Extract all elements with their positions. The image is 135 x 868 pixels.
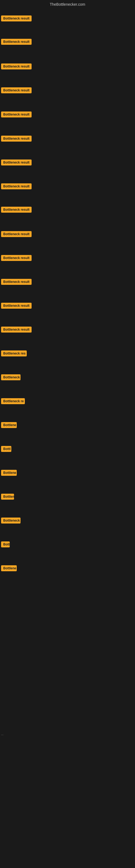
bottleneck-badge-8[interactable]: Bottleneck result <box>1 183 32 189</box>
result-row: Bottleneck <box>0 518 135 525</box>
result-row: Bottlene <box>0 422 135 429</box>
result-row: Bottleneck result <box>0 135 135 143</box>
bottleneck-badge-6[interactable]: Bottleneck result <box>1 135 32 142</box>
result-row: Bottleneck result <box>0 183 135 190</box>
result-row: Bottleneck result <box>0 87 135 94</box>
bottleneck-badge-23[interactable]: Bott <box>1 541 10 547</box>
bottleneck-badge-10[interactable]: Bottleneck result <box>1 231 32 237</box>
bottleneck-badge-17[interactable]: Bottleneck re <box>1 398 25 404</box>
bottleneck-badge-5[interactable]: Bottleneck result <box>1 112 32 118</box>
page-wrapper: TheBottlenecker.com Bottleneck resultBot… <box>0 0 135 868</box>
result-row: Bottl <box>0 446 135 453</box>
result-row: Bott <box>0 541 135 549</box>
result-row: Bottlene <box>0 565 135 572</box>
result-row: Bottleneck result <box>0 16 135 23</box>
bottleneck-badge-16[interactable]: Bottleneck <box>1 374 20 380</box>
bottleneck-badge-1[interactable]: Bottleneck result <box>1 16 32 22</box>
result-row: Bottleneck res <box>0 350 135 358</box>
result-row: Bottleneck result <box>0 39 135 46</box>
result-row: Bottleneck result <box>0 255 135 262</box>
result-row: Bottleneck result <box>0 303 135 310</box>
bottleneck-badge-11[interactable]: Bottleneck result <box>1 255 32 261</box>
result-row: Bottleneck result <box>0 279 135 286</box>
result-row: Bottleneck result <box>0 207 135 214</box>
result-row: Bottleneck re <box>0 398 135 405</box>
result-row: Bottleneck result <box>0 63 135 70</box>
result-row: Bottleneck result <box>0 112 135 119</box>
result-row: Bottlen <box>0 494 135 501</box>
result-row: Bottleneck result <box>0 159 135 166</box>
site-title: TheBottlenecker.com <box>50 2 85 6</box>
bottleneck-badge-9[interactable]: Bottleneck result <box>1 207 32 213</box>
bottleneck-badge-22[interactable]: Bottleneck <box>1 518 20 524</box>
bottleneck-badge-13[interactable]: Bottleneck result <box>1 303 32 309</box>
bottleneck-badge-20[interactable]: Bottlene <box>1 470 17 476</box>
result-row: Bottlene <box>0 470 135 477</box>
site-header: TheBottlenecker.com <box>0 0 135 10</box>
bottleneck-badge-7[interactable]: Bottleneck result <box>1 159 32 165</box>
bottleneck-badge-4[interactable]: Bottleneck result <box>1 87 32 93</box>
bottleneck-badge-14[interactable]: Bottleneck result <box>1 327 32 333</box>
bottleneck-badge-21[interactable]: Bottlen <box>1 494 14 500</box>
result-row: Bottleneck result <box>0 231 135 238</box>
bottleneck-badge-19[interactable]: Bottl <box>1 446 11 452</box>
bottleneck-badge-15[interactable]: Bottleneck res <box>1 350 27 356</box>
result-row: Bottleneck <box>0 374 135 381</box>
ellipsis-indicator: ... <box>1 733 3 736</box>
bottleneck-badge-3[interactable]: Bottleneck result <box>1 63 32 69</box>
result-row: Bottleneck result <box>0 327 135 334</box>
bottleneck-badge-12[interactable]: Bottleneck result <box>1 279 32 285</box>
bottleneck-badge-24[interactable]: Bottlene <box>1 565 17 571</box>
bottleneck-badge-2[interactable]: Bottleneck result <box>1 39 32 45</box>
bottleneck-badge-18[interactable]: Bottlene <box>1 422 17 428</box>
